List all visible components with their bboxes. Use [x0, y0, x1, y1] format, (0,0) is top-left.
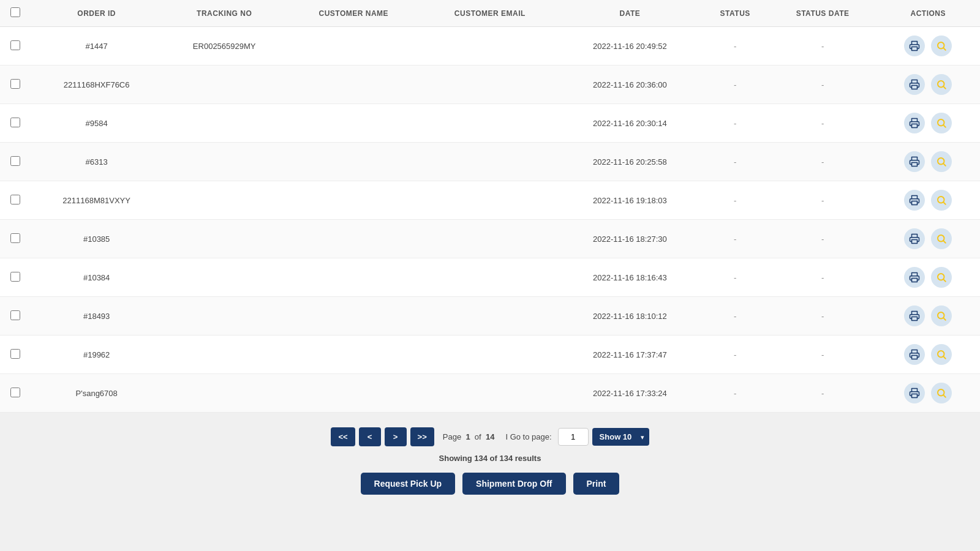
- row-checkbox[interactable]: [10, 349, 20, 359]
- row-print-button[interactable]: [904, 267, 925, 288]
- row-search-button[interactable]: [931, 74, 952, 95]
- row-checkbox[interactable]: [10, 272, 20, 282]
- printer-icon: [909, 118, 920, 129]
- row-checkbox[interactable]: [10, 156, 20, 166]
- row-checkbox[interactable]: [10, 79, 20, 89]
- print-all-button[interactable]: Print: [573, 473, 620, 495]
- row-date: 2022-11-16 19:18:03: [559, 181, 701, 220]
- row-print-button[interactable]: [904, 113, 925, 133]
- goto-page-input[interactable]: [558, 428, 589, 446]
- row-date: 2022-11-16 17:33:24: [559, 374, 701, 413]
- row-search-button[interactable]: [931, 151, 952, 172]
- row-search-button[interactable]: [931, 113, 952, 133]
- prev-page-button[interactable]: <: [359, 427, 381, 446]
- orders-table: ORDER ID TRACKING NO CUSTOMER NAME CUSTO…: [0, 0, 980, 413]
- svg-line-2: [943, 48, 945, 50]
- printer-icon: [909, 233, 920, 244]
- table-row: 2211168M81VXYY 2022-11-16 19:18:03 - -: [0, 181, 980, 220]
- row-actions: [876, 181, 980, 220]
- show-select-wrapper: Show 10 5 20 50 ▾: [592, 428, 649, 446]
- row-customer-email: [421, 66, 559, 104]
- show-count-select[interactable]: Show 10 5 20 50: [592, 428, 649, 446]
- page-info: Page 1 of 14: [443, 432, 495, 441]
- row-tracking-no: [162, 104, 286, 143]
- row-actions: [876, 220, 980, 258]
- printer-icon: [909, 195, 920, 206]
- row-print-button[interactable]: [904, 151, 925, 172]
- row-customer-name: [286, 374, 421, 413]
- row-print-button[interactable]: [904, 305, 925, 326]
- row-search-button[interactable]: [931, 267, 952, 288]
- row-print-button[interactable]: [904, 190, 925, 211]
- row-print-button[interactable]: [904, 228, 925, 249]
- printer-icon: [909, 40, 920, 51]
- search-icon: [936, 233, 947, 244]
- goto-label: I Go to page:: [505, 432, 551, 441]
- row-customer-email: [421, 143, 559, 181]
- row-status: -: [701, 181, 769, 220]
- row-checkbox[interactable]: [10, 40, 20, 50]
- row-checkbox[interactable]: [10, 233, 20, 243]
- row-customer-email: [421, 220, 559, 258]
- next-page-button[interactable]: >: [385, 427, 407, 446]
- row-checkbox[interactable]: [10, 388, 20, 397]
- row-status-date: -: [769, 104, 876, 143]
- row-customer-name: [286, 335, 421, 374]
- svg-line-23: [943, 318, 945, 320]
- row-customer-email: [421, 27, 559, 66]
- svg-line-29: [943, 395, 945, 397]
- row-search-button[interactable]: [931, 383, 952, 403]
- row-checkbox-cell: [0, 374, 31, 413]
- row-date: 2022-11-16 20:30:14: [559, 104, 701, 143]
- shipment-dropoff-button[interactable]: Shipment Drop Off: [462, 473, 565, 495]
- row-order-id: 2211168M81VXYY: [31, 181, 162, 220]
- last-page-button[interactable]: >>: [410, 427, 434, 446]
- row-order-id: #19962: [31, 335, 162, 374]
- search-icon: [936, 388, 947, 399]
- svg-rect-12: [912, 201, 918, 205]
- row-search-button[interactable]: [931, 344, 952, 365]
- table-row: 2211168HXF76C6 2022-11-16 20:36:00 - -: [0, 66, 980, 104]
- row-checkbox[interactable]: [10, 310, 20, 320]
- row-search-button[interactable]: [931, 228, 952, 249]
- row-customer-name: [286, 297, 421, 335]
- row-status-date: -: [769, 220, 876, 258]
- row-search-button[interactable]: [931, 305, 952, 326]
- printer-icon: [909, 79, 920, 90]
- row-status: -: [701, 220, 769, 258]
- row-status: -: [701, 27, 769, 66]
- select-all-checkbox[interactable]: [10, 7, 20, 17]
- row-checkbox[interactable]: [10, 118, 20, 127]
- header-customer-email: CUSTOMER EMAIL: [421, 0, 559, 27]
- row-customer-name: [286, 66, 421, 104]
- search-icon: [936, 310, 947, 321]
- row-status-date: -: [769, 143, 876, 181]
- row-customer-email: [421, 181, 559, 220]
- request-pickup-button[interactable]: Request Pick Up: [361, 473, 455, 495]
- row-print-button[interactable]: [904, 383, 925, 403]
- search-icon: [936, 118, 947, 129]
- printer-icon: [909, 310, 920, 321]
- header-status: STATUS: [701, 0, 769, 27]
- row-customer-email: [421, 374, 559, 413]
- svg-rect-3: [912, 86, 918, 89]
- search-icon: [936, 349, 947, 360]
- row-print-button[interactable]: [904, 74, 925, 95]
- table-row: #1447 ER002565929MY 2022-11-16 20:49:52 …: [0, 27, 980, 66]
- table-row: #10384 2022-11-16 18:16:43 - -: [0, 258, 980, 297]
- row-search-button[interactable]: [931, 190, 952, 211]
- table-row: #19962 2022-11-16 17:37:47 - -: [0, 335, 980, 374]
- row-print-button[interactable]: [904, 344, 925, 365]
- search-icon: [936, 40, 947, 51]
- row-search-button[interactable]: [931, 36, 952, 56]
- table-row: #9584 2022-11-16 20:30:14 - -: [0, 104, 980, 143]
- printer-icon: [909, 272, 920, 283]
- table-row: #10385 2022-11-16 18:27:30 - -: [0, 220, 980, 258]
- first-page-button[interactable]: <<: [331, 427, 355, 446]
- row-tracking-no: [162, 297, 286, 335]
- row-date: 2022-11-16 20:49:52: [559, 27, 701, 66]
- row-order-id: #9584: [31, 104, 162, 143]
- row-checkbox-cell: [0, 335, 31, 374]
- row-checkbox[interactable]: [10, 195, 20, 204]
- row-print-button[interactable]: [904, 36, 925, 56]
